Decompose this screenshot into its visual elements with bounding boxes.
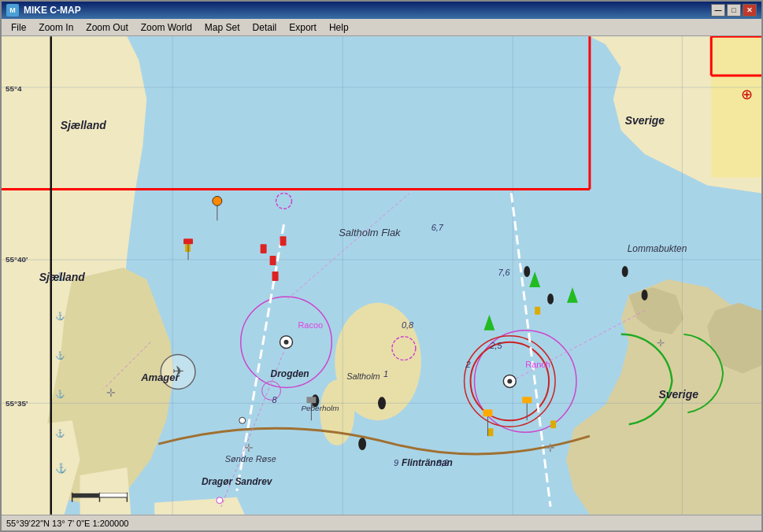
- svg-text:Flintrännan: Flintrännan: [402, 457, 453, 468]
- svg-point-27: [392, 337, 416, 360]
- window-title: MIKE C-MAP: [24, 5, 81, 16]
- title-bar-left: M MIKE C-MAP: [6, 4, 81, 17]
- svg-line-23: [103, 342, 150, 390]
- svg-point-45: [622, 266, 628, 277]
- svg-marker-33: [483, 315, 494, 331]
- svg-rect-39: [487, 428, 493, 436]
- svg-text:✛: ✛: [244, 441, 254, 454]
- menu-zoom-in[interactable]: Zoom In: [32, 20, 80, 35]
- menu-export[interactable]: Export: [283, 20, 323, 35]
- svg-rect-60: [522, 397, 532, 403]
- svg-line-25: [287, 193, 409, 298]
- svg-point-56: [213, 196, 222, 205]
- menu-zoom-out[interactable]: Zoom Out: [80, 20, 134, 35]
- svg-text:8,2: 8,2: [437, 458, 449, 467]
- title-bar: M MIKE C-MAP — □ ✕: [2, 2, 761, 19]
- svg-text:⚓: ⚓: [55, 389, 65, 399]
- svg-text:Amager: Amager: [140, 371, 180, 383]
- svg-text:✛: ✛: [106, 386, 116, 399]
- svg-text:✈: ✈: [172, 364, 184, 379]
- window-controls: — □ ✕: [711, 4, 757, 17]
- svg-text:1: 1: [383, 369, 388, 379]
- svg-rect-54: [306, 397, 316, 403]
- svg-text:Ranch: Ranch: [525, 360, 550, 369]
- svg-line-26: [511, 311, 644, 382]
- menu-map-set[interactable]: Map Set: [198, 20, 246, 35]
- svg-rect-77: [72, 493, 100, 497]
- svg-line-24: [221, 342, 288, 507]
- minimize-button[interactable]: —: [711, 4, 725, 17]
- coordinates-display: 55°39'22"N 13° 7' 0"E 1:200000: [6, 519, 128, 528]
- svg-line-21: [237, 224, 284, 491]
- svg-point-17: [241, 297, 332, 388]
- svg-marker-35: [567, 287, 578, 303]
- svg-text:55°35': 55°35': [6, 399, 28, 408]
- map-container[interactable]: ✈ ✛ ✛ ✛ ✛ ⚓ ⚓ ⚓ ⚓ ⚓ ⚓: [2, 36, 761, 515]
- svg-point-2: [335, 303, 421, 420]
- svg-point-41: [358, 438, 366, 450]
- svg-text:Sjælland: Sjælland: [39, 271, 86, 283]
- svg-point-20: [465, 336, 556, 427]
- svg-rect-58: [483, 409, 492, 416]
- menu-detail[interactable]: Detail: [246, 20, 283, 35]
- svg-text:Saltholm: Saltholm: [346, 371, 380, 381]
- svg-rect-36: [185, 244, 191, 252]
- app-icon: M: [6, 4, 19, 17]
- svg-text:Søndre Røse: Søndre Røse: [225, 454, 276, 464]
- maximize-button[interactable]: □: [727, 4, 741, 17]
- svg-text:9: 9: [394, 458, 398, 467]
- svg-rect-37: [535, 307, 540, 315]
- svg-point-46: [642, 290, 648, 301]
- status-bar: 55°39'22"N 13° 7' 0"E 1:200000: [2, 515, 761, 530]
- svg-rect-52: [183, 238, 193, 244]
- svg-text:⚓: ⚓: [55, 350, 65, 360]
- svg-text:Sverige: Sverige: [659, 388, 699, 401]
- svg-point-42: [378, 397, 386, 409]
- menu-bar: File Zoom In Zoom Out Zoom World Map Set…: [2, 19, 761, 36]
- svg-rect-29: [270, 256, 276, 265]
- svg-marker-34: [529, 272, 540, 287]
- svg-text:Lommabukten: Lommabukten: [628, 243, 687, 254]
- svg-point-48: [284, 340, 289, 345]
- svg-text:⊕: ⊕: [741, 87, 753, 102]
- close-button[interactable]: ✕: [743, 4, 757, 17]
- svg-text:6,7: 6,7: [432, 223, 444, 232]
- menu-zoom-world[interactable]: Zoom World: [135, 20, 198, 35]
- svg-text:Drogden: Drogden: [271, 368, 309, 379]
- svg-text:✛: ✛: [657, 338, 665, 349]
- svg-point-49: [503, 375, 516, 387]
- svg-text:2,5: 2,5: [489, 341, 502, 350]
- svg-point-3: [320, 379, 354, 445]
- svg-rect-0: [2, 36, 761, 514]
- svg-text:55°4: 55°4: [6, 84, 22, 93]
- svg-text:2: 2: [465, 360, 471, 369]
- svg-text:Peberholm: Peberholm: [301, 404, 339, 412]
- svg-rect-30: [261, 244, 267, 253]
- svg-text:Racoo: Racoo: [298, 320, 323, 330]
- svg-line-22: [511, 193, 550, 506]
- svg-text:⚓: ⚓: [55, 272, 65, 282]
- svg-rect-32: [272, 272, 279, 281]
- svg-text:✛: ✛: [546, 441, 555, 454]
- svg-text:⚓: ⚓: [55, 428, 65, 438]
- svg-point-81: [239, 417, 246, 423]
- svg-text:7,6: 7,6: [498, 268, 510, 277]
- menu-file[interactable]: File: [5, 20, 32, 35]
- svg-text:⚓: ⚓: [55, 462, 67, 474]
- svg-point-18: [475, 331, 576, 432]
- svg-rect-31: [280, 236, 287, 246]
- svg-text:⚓: ⚓: [55, 311, 65, 321]
- svg-text:8: 8: [272, 395, 278, 405]
- map-canvas: ✈ ✛ ✛ ✛ ✛ ⚓ ⚓ ⚓ ⚓ ⚓ ⚓: [2, 36, 761, 515]
- svg-point-19: [471, 342, 550, 421]
- svg-point-50: [507, 379, 512, 383]
- application-window: M MIKE C-MAP — □ ✕ File Zoom In Zoom Out…: [0, 0, 763, 532]
- menu-help[interactable]: Help: [323, 20, 355, 35]
- svg-point-80: [262, 381, 281, 400]
- svg-point-40: [311, 394, 319, 407]
- svg-point-82: [217, 497, 223, 504]
- svg-text:Sjælland: Sjælland: [61, 119, 107, 131]
- svg-text:Dragør Sandrev: Dragør Sandrev: [202, 476, 273, 487]
- svg-point-47: [280, 336, 293, 349]
- svg-rect-1: [711, 36, 761, 177]
